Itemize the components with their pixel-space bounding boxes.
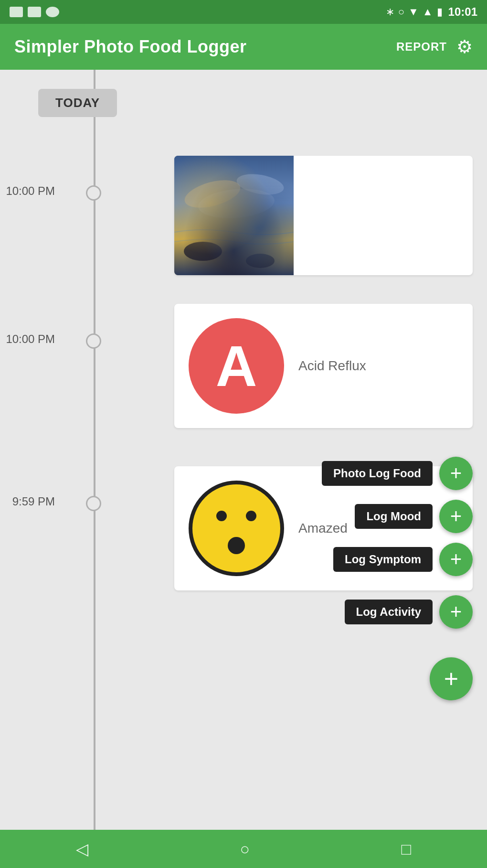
svg-point-2 xyxy=(235,171,285,198)
image-icon xyxy=(28,7,41,17)
food-photo-image xyxy=(174,156,294,275)
log-activity-label: Log Activity xyxy=(345,600,433,624)
bottom-nav-bar: ◁ ○ □ xyxy=(0,830,487,868)
back-button[interactable]: ◁ xyxy=(76,839,88,858)
mood-emoji xyxy=(189,481,284,576)
log-mood-fab-group: Log Mood + xyxy=(355,500,473,533)
photo-log-plus-icon: + xyxy=(450,463,462,483)
sync-icon xyxy=(46,7,59,17)
svg-rect-0 xyxy=(174,156,294,275)
svg-point-3 xyxy=(197,186,276,221)
timeline-dot-1 xyxy=(86,185,101,201)
today-badge: TODAY xyxy=(38,89,117,117)
time-label-3: 9:59 PM xyxy=(0,466,64,508)
settings-button[interactable]: ⚙ xyxy=(456,36,473,57)
notification-icon xyxy=(10,7,23,17)
photo-log-fab-group: Photo Log Food + xyxy=(322,457,473,490)
mood-label: Amazed xyxy=(298,521,348,536)
main-fab[interactable]: + xyxy=(430,657,473,700)
log-mood-button[interactable]: + xyxy=(439,500,473,533)
timeline-dot-3 xyxy=(86,496,101,511)
app-title: Simpler Photo Food Logger xyxy=(14,37,387,57)
emoji-eye-left xyxy=(216,511,227,521)
log-activity-plus-icon: + xyxy=(450,602,462,622)
content-area: TODAY 10:00 PM xyxy=(0,70,487,830)
bluetooth-icon: ∗ xyxy=(386,6,394,18)
emoji-mouth xyxy=(228,537,245,554)
log-symptom-button[interactable]: + xyxy=(439,543,473,576)
svg-point-5 xyxy=(246,254,275,268)
acid-reflux-icon: A xyxy=(189,318,284,414)
report-button[interactable]: REPORT xyxy=(396,40,447,54)
log-mood-plus-icon: + xyxy=(450,506,462,526)
status-bar: ∗ ○ ▼ ▲ ▮ 10:01 xyxy=(0,0,487,24)
emoji-eye-right xyxy=(246,511,256,521)
status-left-icons xyxy=(10,7,380,17)
log-symptom-plus-icon: + xyxy=(450,549,462,569)
wifi-icon: ▼ xyxy=(408,6,419,18)
food-photo-svg xyxy=(174,156,294,275)
recent-button[interactable]: □ xyxy=(402,840,412,858)
emoji-eyes xyxy=(216,511,256,521)
log-symptom-label: Log Symptom xyxy=(333,547,433,572)
acid-reflux-letter: A xyxy=(216,333,257,399)
log-activity-fab-group: Log Activity + xyxy=(345,595,473,629)
battery-icon: ▮ xyxy=(437,6,443,18)
timeline-entry-photo: 10:00 PM xyxy=(0,156,487,275)
signal-icon: ▲ xyxy=(423,6,433,18)
log-symptom-fab-group: Log Symptom + xyxy=(333,543,473,576)
timeline-entry-acid-reflux: 10:00 PM A Acid Reflux xyxy=(0,304,487,428)
acid-reflux-label: Acid Reflux xyxy=(298,358,366,374)
acid-reflux-card[interactable]: A Acid Reflux xyxy=(174,304,473,428)
time-label-2: 10:00 PM xyxy=(0,304,64,346)
photo-log-label: Photo Log Food xyxy=(322,461,433,486)
circle-icon: ○ xyxy=(398,6,404,18)
status-right-icons: ∗ ○ ▼ ▲ ▮ xyxy=(386,6,443,18)
main-add-button[interactable]: + xyxy=(430,657,473,700)
food-photo-card[interactable] xyxy=(174,156,473,275)
log-mood-label: Log Mood xyxy=(355,504,433,529)
main-plus-icon: + xyxy=(444,666,458,691)
log-activity-button[interactable]: + xyxy=(439,595,473,629)
photo-log-button[interactable]: + xyxy=(439,457,473,490)
timeline-dot-2 xyxy=(86,333,101,349)
status-time: 10:01 xyxy=(448,5,477,19)
app-bar: Simpler Photo Food Logger REPORT ⚙ xyxy=(0,24,487,70)
home-button[interactable]: ○ xyxy=(240,840,250,858)
svg-point-4 xyxy=(184,242,222,261)
svg-point-1 xyxy=(182,175,244,213)
time-label-1: 10:00 PM xyxy=(0,156,64,198)
